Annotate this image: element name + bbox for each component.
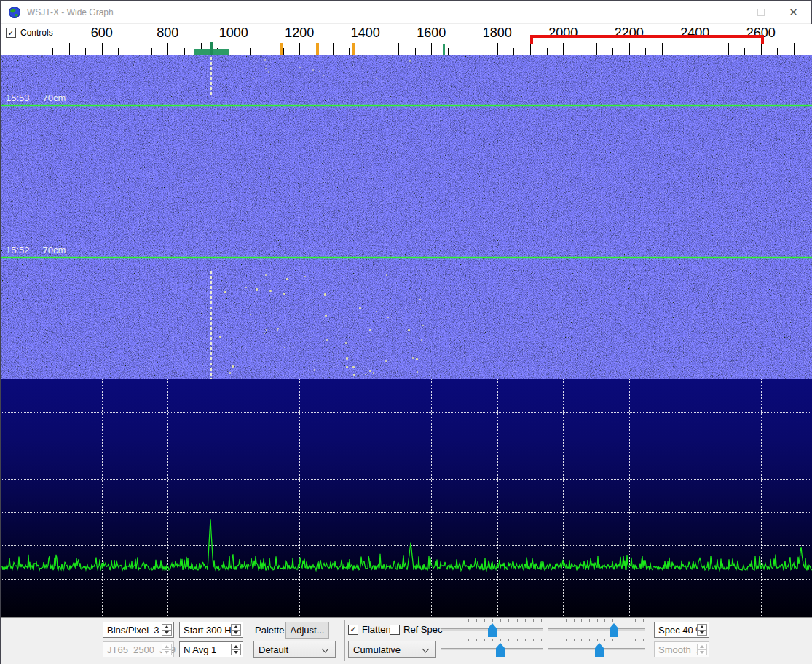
arrow-up-icon (700, 645, 704, 648)
slider-handle[interactable] (595, 643, 604, 657)
n-avg-spinbox[interactable]: N Avg 1 (179, 641, 243, 657)
timestamp-time: 15:53 (6, 92, 30, 103)
slider-tick (525, 619, 526, 622)
slider-handle[interactable] (610, 623, 618, 637)
close-icon: ✕ (789, 6, 798, 19)
slider-tick (620, 639, 620, 641)
spin-up-button[interactable] (698, 625, 706, 631)
waterfall-display[interactable]: 15:53 70cm 15:52 70cm (1, 55, 812, 379)
scale-tick (415, 48, 416, 55)
slider-tick (541, 639, 542, 641)
waterfall-signal-dot (245, 287, 247, 288)
spin-up-button[interactable] (232, 625, 240, 631)
slider-tick (476, 619, 477, 622)
spin-down-button[interactable] (698, 631, 706, 636)
ref-spec-checkbox[interactable]: Ref Spec (390, 624, 442, 635)
scale-tick (234, 43, 234, 55)
waterfall-signal-dot (284, 347, 285, 348)
flatten-checkbox[interactable]: ✓ Flatten (348, 624, 391, 635)
waterfall-signal-dot (369, 329, 371, 331)
minimize-button[interactable] (712, 1, 744, 23)
waterfall-signal-dot (219, 336, 221, 338)
scale-tick (118, 48, 119, 55)
spin-up-button[interactable] (162, 644, 171, 650)
waterfall-signal-dot (373, 372, 374, 374)
scale-tick (497, 43, 498, 55)
spectrum-trace (1, 519, 812, 570)
scale-tick (52, 48, 53, 55)
waterfall-signal-dot (319, 71, 320, 72)
spin-down-button[interactable] (162, 650, 171, 655)
slider-tick (566, 639, 567, 641)
period-timestamp: 15:53 70cm (6, 92, 66, 103)
spec-spinbox[interactable]: Spec 40 % (654, 622, 709, 638)
slider-track[interactable] (548, 628, 645, 631)
spin-down-button[interactable] (162, 631, 171, 636)
slider-tick (525, 639, 526, 641)
waterfall-signal-dot (422, 325, 424, 326)
spin-up-button[interactable] (698, 644, 706, 650)
slider-tick (484, 619, 485, 622)
bins-pixel-value: Bins/Pixel 3 (107, 625, 159, 636)
scale-tick (366, 43, 366, 55)
spin-up-button[interactable] (162, 625, 171, 631)
controls-checkbox-label: Controls (20, 28, 53, 38)
spin-down-button[interactable] (232, 650, 240, 655)
maximize-button[interactable] (744, 1, 777, 23)
bins-pixel-spinbox[interactable]: Bins/Pixel 3 (103, 622, 174, 638)
waterfall-signal-dot (421, 339, 422, 341)
scale-label: 2400 (680, 25, 709, 41)
maximize-icon (757, 9, 765, 16)
arrow-up-icon (234, 625, 238, 628)
slider-tick (492, 619, 493, 622)
ref-spec-checkbox-box[interactable] (390, 625, 400, 635)
spectrum-plot[interactable] (1, 379, 812, 617)
arrow-down-icon (700, 651, 704, 654)
display-mode-value: Cumulative (353, 644, 401, 655)
scale-tick (267, 43, 267, 55)
scale-tick (612, 48, 613, 55)
spin-down-button[interactable] (232, 631, 240, 636)
start-hz-spinbox[interactable]: Start 300 Hz (179, 622, 243, 638)
waterfall-signal-dot (232, 365, 234, 368)
scale-tick (794, 43, 795, 55)
slider-tick (581, 619, 582, 622)
waterfall-signal-dot (376, 78, 377, 79)
controls-checkbox[interactable]: ✓ Controls (6, 28, 53, 38)
slider-tick (628, 639, 628, 641)
slider-tick (635, 639, 636, 641)
slider-tick (500, 619, 501, 622)
palette-combobox[interactable]: Default (253, 641, 336, 658)
spinner (697, 624, 707, 636)
slider-tick (612, 639, 613, 641)
slider-track[interactable] (441, 648, 543, 650)
waterfall-signal-dot (365, 374, 366, 375)
close-button[interactable]: ✕ (777, 1, 810, 23)
slider-tick (643, 619, 644, 622)
slider-handle[interactable] (496, 643, 505, 657)
check-icon: ✓ (350, 625, 356, 633)
controls-checkbox-box[interactable]: ✓ (6, 28, 16, 38)
rx-center-tick (210, 42, 213, 55)
display-mode-combobox[interactable]: Cumulative (348, 641, 436, 658)
scale-tick (349, 48, 350, 55)
waterfall-signal-dot (256, 288, 258, 290)
adjust-button[interactable]: Adjust... (285, 622, 329, 639)
slider-tick (635, 619, 636, 622)
arrow-down-icon (165, 631, 169, 634)
spin-up-button[interactable] (232, 644, 240, 650)
flatten-checkbox-box[interactable]: ✓ (348, 625, 358, 635)
scale-tick (481, 48, 481, 55)
spin-down-button[interactable] (698, 650, 706, 655)
slider-handle[interactable] (488, 623, 497, 637)
arrow-up-icon (165, 625, 169, 628)
scale-tick (596, 43, 597, 55)
waterfall-signal-dot (283, 293, 285, 295)
smooth-spinbox[interactable]: Smooth 1 (654, 641, 709, 657)
slider-tick (620, 619, 620, 622)
titlebar[interactable]: WSJT-X - Wide Graph ✕ (1, 1, 811, 24)
slider-tick (541, 619, 542, 622)
scale-tick (69, 43, 70, 55)
jt-split-spinbox[interactable]: JT65 2500 JT9 (103, 641, 174, 657)
frequency-scale[interactable]: ✓ Controls 60080010001200140016001800200… (1, 24, 812, 55)
